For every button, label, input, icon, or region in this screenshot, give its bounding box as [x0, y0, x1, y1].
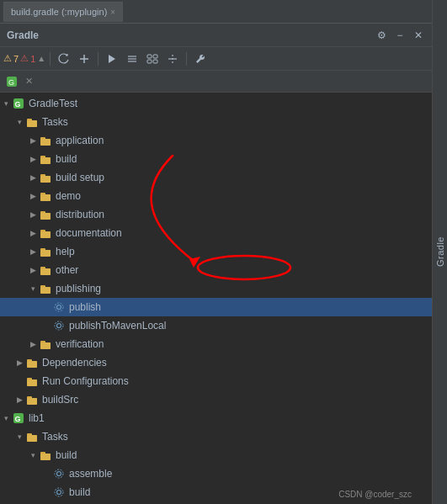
tree-node-publish[interactable]: publish — [0, 298, 432, 316]
wrench-button[interactable] — [191, 50, 210, 68]
svg-point-72 — [57, 491, 61, 495]
tree-node-lib1-build[interactable]: ▾build — [0, 446, 432, 464]
list-view-button[interactable] — [123, 50, 141, 68]
refresh-button[interactable] — [55, 50, 73, 68]
filter-close-button[interactable]: ✕ — [25, 76, 33, 87]
gradle-title: Gradle — [7, 29, 39, 41]
run-button[interactable] — [103, 50, 121, 68]
tree-node-dependencies[interactable]: ▶Dependencies — [0, 353, 432, 372]
svg-rect-18 — [27, 120, 37, 127]
tree-label-lib1-tasks: Tasks — [42, 431, 68, 443]
tree-label-publishing: publishing — [56, 283, 101, 294]
tab-bar: build.gradle (:myplugin) × — [0, 0, 432, 24]
tree-node-application[interactable]: ▶application — [0, 131, 432, 150]
tree-arrow: ▶ — [27, 229, 39, 237]
svg-rect-30 — [40, 194, 51, 201]
svg-rect-45 — [40, 287, 51, 294]
tree-icon-folder — [39, 152, 52, 166]
tree-arrow: ▶ — [27, 192, 39, 200]
tree-arrow: ▶ — [27, 210, 39, 219]
close-panel-icon[interactable]: ✕ — [412, 29, 425, 42]
tree-label-help: help — [56, 246, 75, 257]
right-side-panel: Gradle — [432, 0, 447, 504]
tree-arrow: ▾ — [13, 432, 25, 441]
tree-icon-folder — [39, 245, 52, 258]
tree-icon-folder — [25, 115, 39, 129]
tree-node-distribution[interactable]: ▶distribution — [0, 205, 432, 224]
tree-icon-folder — [25, 356, 39, 369]
tree-node-build-setup[interactable]: ▶build setup — [0, 168, 432, 187]
tree-icon-folder — [39, 282, 52, 295]
tree-node-build[interactable]: ▶build — [0, 150, 432, 168]
tree-label-lib1-build-task: build — [69, 486, 90, 498]
tree-label-tasks: Tasks — [42, 116, 68, 128]
warning-count: ⚠ — [3, 53, 12, 64]
tree-label-other: other — [56, 264, 78, 276]
tree-node-run-configurations[interactable]: Run Configurations — [0, 372, 432, 390]
svg-point-71 — [55, 470, 63, 478]
toolbar-separator-3 — [186, 52, 187, 66]
tree-icon-folder — [25, 430, 39, 443]
settings-icon[interactable]: ⚙ — [375, 29, 388, 42]
tree-node-publishing[interactable]: ▾publishing — [0, 279, 432, 298]
svg-rect-66 — [27, 435, 37, 442]
svg-text:G: G — [8, 78, 14, 87]
tree-arrow: ▶ — [27, 155, 39, 163]
tree-label-lib1-assemble: assemble — [69, 468, 112, 480]
tree-label-lib1-build: build — [56, 449, 77, 461]
tree-label-demo: demo — [56, 190, 81, 202]
watermark: CSDN @coder_szc — [338, 490, 412, 499]
svg-rect-36 — [40, 231, 51, 238]
tree-node-documentation[interactable]: ▶documentation — [0, 224, 432, 242]
tree-node-lib1-assemble[interactable]: assemble — [0, 464, 432, 483]
tree-arrow: ▾ — [27, 451, 39, 459]
tree-node-verification[interactable]: ▶verification — [0, 335, 432, 353]
tree-node-tasks[interactable]: ▾Tasks — [0, 113, 432, 131]
tree-node-gradletest[interactable]: ▾GGradleTest — [0, 94, 432, 113]
tree-arrow: ▶ — [27, 266, 39, 274]
tree-icon-gear — [52, 319, 66, 332]
right-panel-label: Gradle — [435, 236, 445, 267]
svg-point-49 — [55, 321, 63, 330]
svg-rect-61 — [27, 398, 37, 405]
gradle-small-icon: G — [5, 75, 19, 88]
expand-arrow: ▲ — [37, 54, 45, 63]
tree-node-demo[interactable]: ▶demo — [0, 187, 432, 205]
svg-point-46 — [57, 305, 61, 310]
tree-arrow: ▶ — [27, 340, 39, 348]
svg-rect-55 — [27, 361, 37, 368]
gradle-toolbar: ⚠ 7 ⚠ 1 ▲ — [0, 47, 432, 71]
tree-icon-gear — [52, 300, 66, 314]
svg-rect-6 — [147, 55, 152, 58]
tree-icon-folder — [25, 374, 39, 388]
gradle-tree[interactable]: ▾GGradleTest▾Tasks▶application▶build▶bui… — [0, 93, 432, 504]
tree-node-other[interactable]: ▶other — [0, 261, 432, 279]
svg-rect-33 — [40, 213, 51, 220]
minimize-icon[interactable]: − — [393, 29, 407, 42]
tree-node-lib1-tasks[interactable]: ▾Tasks — [0, 427, 432, 446]
tree-arrow: ▾ — [0, 414, 12, 422]
group-button[interactable] — [143, 50, 162, 68]
add-button[interactable] — [75, 50, 93, 68]
tree-icon-folder — [25, 393, 39, 406]
tree-node-buildSrc[interactable]: ▶buildSrc — [0, 390, 432, 409]
svg-rect-58 — [27, 379, 37, 386]
tab-build-gradle[interactable]: build.gradle (:myplugin) × — [3, 2, 123, 22]
svg-rect-8 — [147, 60, 152, 63]
tree-arrow: ▶ — [13, 358, 25, 367]
tree-node-publishToMavenLocal[interactable]: publishToMavenLocal — [0, 316, 432, 335]
tree-node-help[interactable]: ▶help — [0, 242, 432, 261]
svg-rect-7 — [153, 55, 157, 58]
tree-label-publishToMavenLocal: publishToMavenLocal — [69, 320, 166, 332]
tree-node-lib1[interactable]: ▾Glib1 — [0, 409, 432, 427]
svg-rect-69 — [40, 454, 51, 460]
svg-rect-42 — [40, 268, 51, 275]
tree-label-dependencies: Dependencies — [42, 357, 107, 369]
tree-label-build-setup: build setup — [56, 172, 104, 183]
tree-icon-folder — [39, 263, 52, 277]
link-button[interactable] — [163, 50, 182, 68]
tab-close-button[interactable]: × — [110, 8, 115, 17]
toolbar-separator-1 — [50, 52, 51, 66]
tree-icon-folder — [39, 171, 52, 184]
toolbar-separator-2 — [98, 52, 98, 66]
